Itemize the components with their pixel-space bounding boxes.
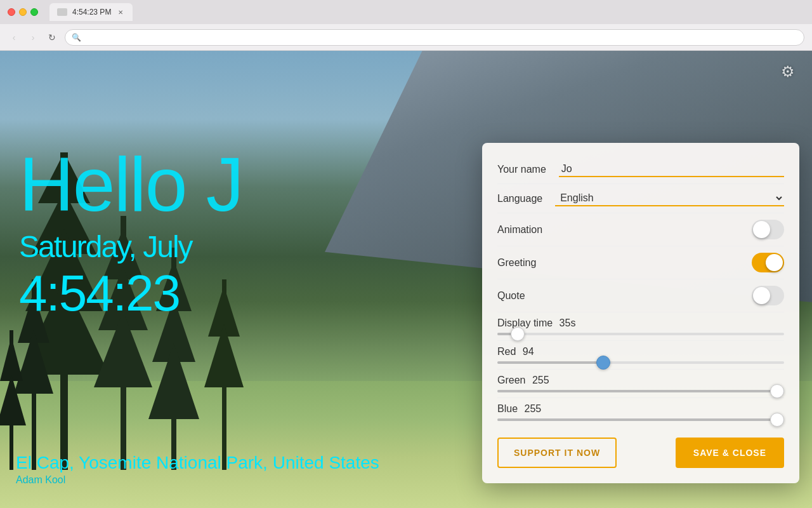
blue-fill <box>497 418 784 421</box>
tab-close-button[interactable]: ✕ <box>116 8 125 17</box>
button-row: SUPPORT IT NOW SAVE & CLOSE <box>497 438 784 468</box>
minimize-button[interactable] <box>19 8 27 16</box>
blue-row: Blue 255 <box>497 398 784 426</box>
settings-panel: Your name Language English French Spanis… <box>482 143 799 483</box>
gear-icon: ⚙ <box>781 63 795 81</box>
your-name-input[interactable] <box>559 162 784 177</box>
animation-row: Animation <box>497 213 784 246</box>
maximize-button[interactable] <box>30 8 38 16</box>
animation-toggle[interactable] <box>752 220 784 239</box>
blue-slider[interactable] <box>497 418 784 421</box>
browser-tab[interactable]: 4:54:23 PM ✕ <box>49 3 133 21</box>
main-content: Hello J Saturday, July 4:54:23 El Cap, Y… <box>0 51 812 508</box>
greeting-area: Hello J Saturday, July 4:54:23 <box>19 146 488 321</box>
red-slider[interactable] <box>497 361 784 364</box>
url-text: 🔍 <box>72 33 81 42</box>
language-label: Language <box>497 193 542 204</box>
green-thumb[interactable] <box>770 384 784 398</box>
red-thumb[interactable] <box>596 356 610 370</box>
greeting-toggle[interactable] <box>752 253 784 272</box>
red-row: Red 94 <box>497 341 784 370</box>
browser-chrome: 4:54:23 PM ✕ ‹ › ↻ 🔍 <box>0 0 812 51</box>
traffic-lights <box>8 8 38 16</box>
animation-label: Animation <box>497 224 542 236</box>
blue-label: Blue 255 <box>497 403 541 415</box>
location-name: El Cap, Yosemite National Park, United S… <box>16 453 379 473</box>
red-fill <box>497 361 603 364</box>
forward-button[interactable]: › <box>27 31 39 44</box>
display-time-label-row: Display time 35s <box>497 318 784 329</box>
location-area: El Cap, Yosemite National Park, United S… <box>16 453 379 486</box>
settings-gear-button[interactable]: ⚙ <box>776 60 799 83</box>
language-row: Language English French Spanish German J… <box>497 184 784 213</box>
display-time-label: Display time 35s <box>497 318 575 329</box>
greeting-row: Greeting <box>497 246 784 279</box>
blue-thumb[interactable] <box>770 413 784 427</box>
tab-title: 4:54:23 PM <box>72 8 111 17</box>
quote-row: Quote <box>497 279 784 312</box>
time-text: 4:54:23 <box>19 265 488 321</box>
greeting-label: Greeting <box>497 257 536 269</box>
green-slider[interactable] <box>497 390 784 392</box>
title-bar: 4:54:23 PM ✕ <box>0 0 812 24</box>
display-time-thumb[interactable] <box>511 327 525 341</box>
support-button[interactable]: SUPPORT IT NOW <box>497 438 617 468</box>
red-label: Red 94 <box>497 346 534 358</box>
back-button[interactable]: ‹ <box>8 31 20 44</box>
close-button[interactable] <box>8 8 15 16</box>
quote-toggle[interactable] <box>752 286 784 305</box>
green-row: Green 255 <box>497 370 784 398</box>
quote-label: Quote <box>497 290 525 302</box>
save-close-button[interactable]: SAVE & CLOSE <box>676 438 784 468</box>
hello-text: Hello J <box>19 146 488 222</box>
quote-toggle-knob <box>753 287 770 304</box>
display-time-row: Display time 35s <box>497 312 784 341</box>
green-label-row: Green 255 <box>497 375 784 386</box>
animation-toggle-knob <box>753 221 770 238</box>
url-bar[interactable]: 🔍 <box>65 29 804 46</box>
date-text: Saturday, July <box>19 229 488 265</box>
blue-label-row: Blue 255 <box>497 403 784 415</box>
your-name-label: Your name <box>497 164 546 175</box>
greeting-toggle-knob <box>766 254 783 271</box>
language-select[interactable]: English French Spanish German Japanese <box>555 190 784 206</box>
red-label-row: Red 94 <box>497 346 784 358</box>
address-bar: ‹ › ↻ 🔍 <box>0 24 812 51</box>
location-author: Adam Kool <box>16 474 379 486</box>
green-label: Green 255 <box>497 375 549 386</box>
display-time-slider[interactable] <box>497 333 784 335</box>
your-name-row: Your name <box>497 156 784 184</box>
green-fill <box>497 390 784 392</box>
tab-favicon <box>57 8 67 16</box>
refresh-button[interactable]: ↻ <box>46 31 58 44</box>
